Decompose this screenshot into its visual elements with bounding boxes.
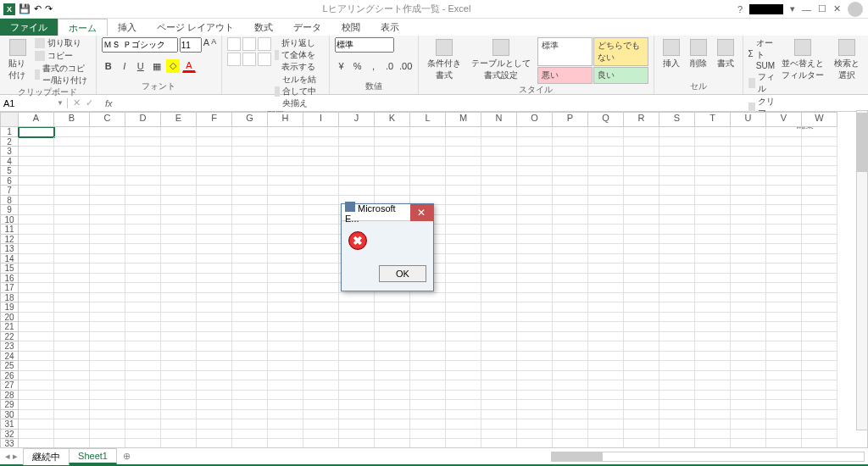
cell[interactable] — [588, 332, 624, 342]
cell[interactable] — [125, 419, 161, 430]
cell[interactable] — [553, 254, 588, 264]
cell[interactable] — [624, 225, 659, 235]
cell[interactable] — [588, 283, 624, 293]
cell[interactable] — [588, 176, 624, 186]
row-header[interactable]: 29 — [0, 400, 19, 410]
cell[interactable] — [659, 196, 695, 206]
cell[interactable] — [802, 157, 837, 167]
cell[interactable] — [375, 302, 410, 313]
cell[interactable] — [517, 332, 553, 342]
cell[interactable] — [339, 332, 375, 342]
cell[interactable] — [588, 439, 624, 447]
cell[interactable] — [410, 400, 446, 410]
cell[interactable] — [54, 225, 90, 235]
cell[interactable] — [197, 186, 232, 196]
cell[interactable] — [731, 166, 766, 176]
cell[interactable] — [19, 235, 54, 245]
cell[interactable] — [588, 166, 624, 176]
cell[interactable] — [54, 322, 90, 332]
cell[interactable] — [695, 254, 731, 264]
cell[interactable] — [517, 352, 553, 362]
cell[interactable] — [410, 186, 446, 196]
save-icon[interactable]: 💾 — [19, 3, 31, 14]
cell[interactable] — [695, 410, 731, 420]
cell[interactable] — [161, 332, 197, 342]
cell[interactable] — [588, 244, 624, 254]
cell[interactable] — [410, 293, 446, 303]
row-header[interactable]: 19 — [0, 302, 19, 313]
help-icon[interactable]: ? — [737, 4, 743, 14]
cell[interactable] — [766, 235, 802, 245]
cell[interactable] — [553, 371, 588, 381]
cell[interactable] — [766, 186, 802, 196]
cell[interactable] — [481, 341, 517, 352]
cell[interactable] — [588, 274, 624, 284]
cell[interactable] — [481, 254, 517, 264]
cell[interactable] — [802, 341, 837, 352]
sheet-tab[interactable]: 継続中 — [23, 448, 70, 465]
cell[interactable] — [375, 341, 410, 352]
cell[interactable] — [695, 419, 731, 430]
tab-data[interactable]: データ — [283, 19, 331, 36]
cell[interactable] — [731, 176, 766, 186]
cell[interactable] — [125, 361, 161, 371]
cell[interactable] — [802, 176, 837, 186]
cell[interactable] — [588, 371, 624, 381]
cell[interactable] — [802, 430, 837, 440]
cell[interactable] — [588, 361, 624, 371]
cell[interactable] — [731, 157, 766, 167]
column-header[interactable]: S — [659, 112, 695, 127]
cell[interactable] — [410, 176, 446, 186]
cell[interactable] — [19, 419, 54, 430]
cell[interactable] — [588, 410, 624, 420]
cell[interactable] — [161, 400, 197, 410]
cell[interactable] — [553, 147, 588, 157]
cell[interactable] — [731, 293, 766, 303]
row-header[interactable]: 1 — [0, 127, 19, 137]
cell[interactable] — [446, 186, 481, 196]
cell[interactable] — [232, 176, 268, 186]
cell[interactable] — [303, 254, 339, 264]
cell[interactable] — [232, 244, 268, 254]
cell[interactable] — [197, 410, 232, 420]
cell[interactable] — [588, 186, 624, 196]
cell[interactable] — [161, 439, 197, 447]
cell[interactable] — [19, 439, 54, 447]
cell[interactable] — [161, 264, 197, 274]
cell[interactable] — [339, 176, 375, 186]
cell[interactable] — [624, 166, 659, 176]
cell[interactable] — [517, 430, 553, 440]
cell[interactable] — [410, 302, 446, 313]
cell[interactable] — [659, 371, 695, 381]
cell[interactable] — [446, 176, 481, 186]
cell[interactable] — [659, 400, 695, 410]
cell[interactable] — [232, 157, 268, 167]
cell[interactable] — [161, 274, 197, 284]
cell[interactable] — [375, 419, 410, 430]
cell[interactable] — [553, 361, 588, 371]
cell[interactable] — [624, 322, 659, 332]
cell[interactable] — [695, 391, 731, 401]
cell[interactable] — [232, 196, 268, 206]
cell[interactable] — [54, 313, 90, 323]
cell[interactable] — [517, 166, 553, 176]
cell[interactable] — [481, 293, 517, 303]
cell[interactable] — [624, 205, 659, 215]
cell[interactable] — [731, 352, 766, 362]
cell[interactable] — [19, 254, 54, 264]
cell[interactable] — [695, 332, 731, 342]
cell[interactable] — [802, 410, 837, 420]
cell[interactable] — [802, 293, 837, 303]
cell[interactable] — [802, 186, 837, 196]
cell[interactable] — [659, 127, 695, 137]
cell[interactable] — [553, 313, 588, 323]
tab-pagelayout[interactable]: ページ レイアウト — [147, 19, 244, 36]
italic-button[interactable]: I — [118, 59, 131, 73]
cell[interactable] — [232, 137, 268, 147]
cell[interactable] — [339, 341, 375, 352]
cell[interactable] — [303, 419, 339, 430]
cell[interactable] — [731, 410, 766, 420]
cell[interactable] — [19, 215, 54, 225]
cell[interactable] — [54, 205, 90, 215]
cell[interactable] — [161, 215, 197, 225]
